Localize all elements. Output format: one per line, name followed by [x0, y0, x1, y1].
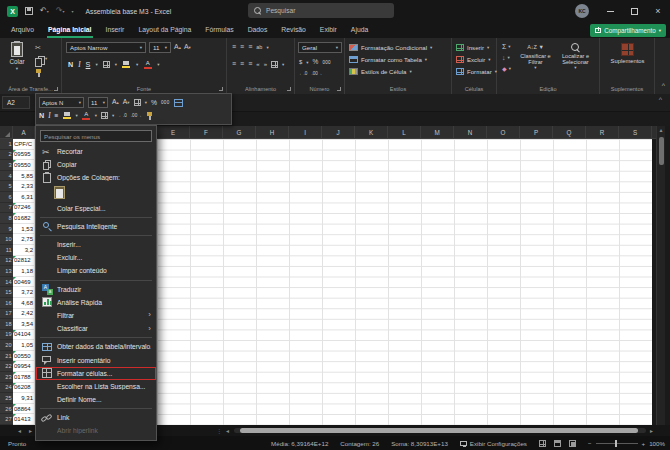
- column-header[interactable]: M: [421, 126, 454, 139]
- context-menu-item[interactable]: Escolher na Lista Suspensa...: [36, 380, 156, 393]
- close-button[interactable]: ×: [646, 0, 670, 22]
- increase-indent-icon[interactable]: »: [264, 60, 267, 68]
- zoom-slider[interactable]: [596, 443, 638, 444]
- display-settings-button[interactable]: Exibir Configurações: [460, 440, 527, 447]
- row-header[interactable]: 1: [0, 139, 13, 150]
- row-header[interactable]: 14: [0, 277, 13, 288]
- cell-a-value[interactable]: 2,75: [13, 234, 35, 245]
- font-size-select[interactable]: 11▾: [149, 42, 171, 53]
- cell-a-value[interactable]: 1,53: [13, 224, 35, 235]
- font-color-icon[interactable]: A: [143, 60, 152, 69]
- row-header[interactable]: 8: [0, 213, 13, 224]
- context-menu-item[interactable]: Recortar: [36, 145, 156, 158]
- avatar[interactable]: KC: [575, 4, 589, 18]
- context-menu-item[interactable]: Filtrar ›: [36, 309, 156, 322]
- italic-icon[interactable]: I: [78, 61, 80, 69]
- cell-a-value[interactable]: 3,54: [13, 319, 35, 330]
- row-header[interactable]: 5: [0, 181, 13, 192]
- context-menu-item[interactable]: Traduzir: [36, 283, 156, 296]
- cell-a-value[interactable]: 02812: [13, 256, 35, 267]
- row-header[interactable]: 16: [0, 298, 13, 309]
- currency-icon[interactable]: $: [299, 58, 302, 66]
- context-menu-item[interactable]: Copiar: [36, 158, 156, 171]
- font-color-icon[interactable]: A: [82, 111, 91, 120]
- orientation-icon[interactable]: ab: [256, 43, 262, 51]
- context-menu-item[interactable]: Inserir comentário: [36, 353, 156, 366]
- mini-font-name-select[interactable]: Aptos N▾: [39, 97, 84, 108]
- percent-icon[interactable]: %: [151, 97, 157, 109]
- row-header[interactable]: 6: [0, 192, 13, 203]
- column-header[interactable]: J: [322, 126, 355, 139]
- undo-button[interactable]: ↶▾: [40, 6, 49, 17]
- column-header[interactable]: L: [388, 126, 421, 139]
- increase-font-icon[interactable]: A▴: [174, 43, 181, 52]
- cell-a-value[interactable]: 01682: [13, 213, 35, 224]
- row-header[interactable]: 23: [0, 372, 13, 383]
- cells-button[interactable]: Inserir ▾: [452, 41, 496, 53]
- context-menu-item[interactable]: Obter dados da tabela/intervalo...: [36, 340, 156, 353]
- ribbon-tab[interactable]: Exibir: [313, 22, 344, 38]
- fill-button[interactable]: ↓▾: [502, 54, 511, 62]
- comma-style-icon[interactable]: 000: [161, 100, 170, 105]
- status-stat[interactable]: Média: 6,39164E+12: [271, 440, 328, 447]
- zoom-level[interactable]: 100%: [649, 440, 665, 447]
- cells-button[interactable]: Formatar ▾: [452, 65, 496, 77]
- row-header[interactable]: 12: [0, 256, 13, 267]
- format-table-icon[interactable]: [174, 99, 183, 107]
- redo-button[interactable]: ↷▾: [56, 6, 65, 17]
- cell-a-value[interactable]: 4,68: [13, 298, 35, 309]
- cell-a-value[interactable]: 08864: [13, 404, 35, 415]
- format-painter-icon[interactable]: [146, 112, 154, 120]
- row-header[interactable]: 9: [0, 224, 13, 235]
- merge-center-icon[interactable]: [271, 61, 278, 68]
- cut-icon[interactable]: ✂: [35, 44, 47, 52]
- column-header-a[interactable]: A: [13, 126, 35, 139]
- ribbon-tab[interactable]: Inserir: [99, 22, 132, 38]
- number-format-select[interactable]: Geral▾: [298, 42, 342, 53]
- font-name-select[interactable]: Aptos Narrow▾: [66, 42, 146, 53]
- page-break-view-icon[interactable]: [569, 440, 576, 447]
- cell-a-value[interactable]: 04104: [13, 330, 35, 341]
- addins-button[interactable]: Suplementos: [609, 43, 646, 64]
- align-bottom-icon[interactable]: ≡: [248, 43, 252, 51]
- italic-icon[interactable]: I: [48, 112, 50, 120]
- context-menu-item[interactable]: Classificar ›: [36, 322, 156, 335]
- context-menu-item[interactable]: Link: [36, 411, 156, 424]
- comma-style-icon[interactable]: 000: [322, 60, 331, 65]
- formula-bar-expand-icon[interactable]: ^: [659, 96, 662, 103]
- fill-color-icon[interactable]: [122, 61, 131, 68]
- fill-color-icon[interactable]: [63, 112, 72, 119]
- context-menu-item[interactable]: Análise Rápida: [36, 296, 156, 309]
- increase-decimal-icon[interactable]: ←.0: [118, 112, 126, 120]
- customize-quick-access-icon[interactable]: ▾: [71, 6, 73, 17]
- row-header[interactable]: 13: [0, 266, 13, 277]
- save-icon[interactable]: [25, 7, 33, 15]
- row-header[interactable]: 18: [0, 319, 13, 330]
- column-header[interactable]: Q: [553, 126, 586, 139]
- row-header[interactable]: 15: [0, 287, 13, 298]
- row-header[interactable]: 4: [0, 171, 13, 182]
- clear-button[interactable]: ◆▾: [502, 65, 511, 73]
- ribbon-tab[interactable]: Dados: [241, 22, 275, 38]
- cell-a-value[interactable]: 06208: [13, 383, 35, 394]
- page-layout-view-icon[interactable]: [554, 440, 561, 447]
- cell-a-value[interactable]: 01413: [13, 414, 35, 425]
- context-menu-item[interactable]: Abrir hiperlink: [36, 424, 156, 437]
- scroll-up-icon[interactable]: ▲: [657, 126, 665, 135]
- scroll-right-icon[interactable]: ▸: [650, 427, 653, 434]
- paste-button[interactable]: Colar ▾: [4, 42, 30, 84]
- row-header[interactable]: 20: [0, 340, 13, 351]
- ribbon-tab[interactable]: Ajuda: [344, 22, 375, 38]
- zoom-in-button[interactable]: +: [642, 440, 646, 447]
- row-header[interactable]: 22: [0, 361, 13, 372]
- scrollbar-resize-handle[interactable]: ⋮: [216, 427, 222, 434]
- zoom-out-button[interactable]: −: [588, 440, 592, 447]
- column-header[interactable]: F: [190, 126, 223, 139]
- row-header[interactable]: 10: [0, 234, 13, 245]
- context-menu-item[interactable]: Opções de Colagem:: [36, 171, 156, 184]
- align-right-icon[interactable]: ≡: [248, 60, 252, 68]
- row-header[interactable]: 26: [0, 404, 13, 415]
- cell-a-value[interactable]: 9,31: [13, 393, 35, 404]
- cell-a-value[interactable]: 5,85: [13, 171, 35, 182]
- copy-button[interactable]: ▾: [35, 56, 47, 65]
